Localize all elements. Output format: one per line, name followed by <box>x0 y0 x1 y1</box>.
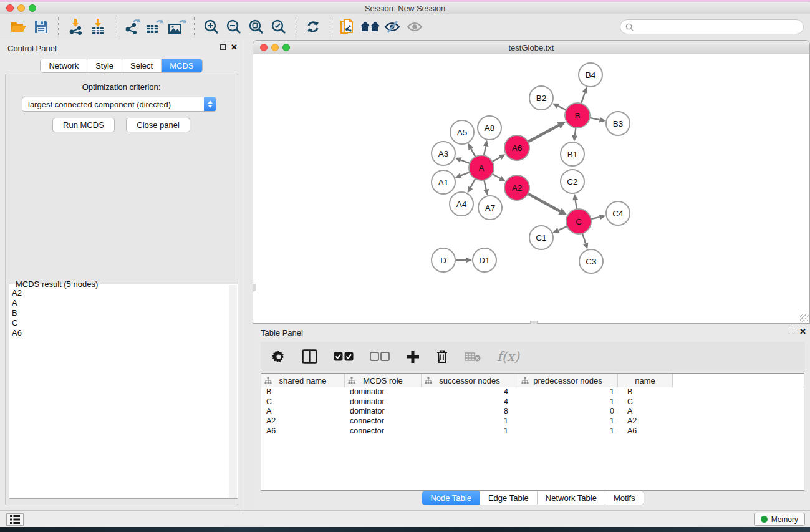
export-table-icon[interactable] <box>143 17 166 37</box>
table-cell[interactable]: A6 <box>618 427 673 437</box>
float-table-panel-icon[interactable] <box>789 329 794 334</box>
table-cell[interactable]: 1 <box>518 417 618 427</box>
graph-edge-C-C4[interactable] <box>591 217 600 219</box>
table-cell[interactable]: connector <box>345 427 422 437</box>
result-scrollbar[interactable] <box>229 285 237 498</box>
close-panel-icon[interactable]: ✕ <box>231 44 238 51</box>
result-item[interactable]: A <box>12 298 226 308</box>
graph-edge-C-C1[interactable] <box>559 226 567 230</box>
table-cell[interactable]: 1 <box>422 417 518 427</box>
delete-table-icon[interactable] <box>465 352 481 362</box>
zoom-out-icon[interactable] <box>223 17 245 37</box>
zoom-in-icon[interactable] <box>200 17 223 37</box>
column-header-shared-name[interactable]: shared name <box>261 374 345 387</box>
graph-node-A1[interactable]: A1 <box>432 170 455 194</box>
table-cell[interactable]: 0 <box>518 407 618 417</box>
graph-edge-A2-C[interactable] <box>528 194 561 211</box>
search-input[interactable] <box>636 22 803 31</box>
graph-node-A2[interactable]: A2 <box>504 175 529 200</box>
table-cell[interactable]: 1 <box>518 427 618 437</box>
copy-network-icon[interactable] <box>336 17 359 37</box>
graph-edge-A-A2[interactable] <box>492 174 500 178</box>
table-cell[interactable]: A2 <box>261 417 345 427</box>
memory-button[interactable]: Memory <box>754 513 805 526</box>
delete-row-trash-icon[interactable] <box>436 349 448 364</box>
deselect-all-icon[interactable] <box>370 352 390 361</box>
graph-node-B2[interactable]: B2 <box>529 86 553 110</box>
tab-edge-table[interactable]: Edge Table <box>480 491 538 505</box>
graph-edge-B-B1[interactable] <box>575 128 576 135</box>
select-all-icon[interactable] <box>334 352 354 361</box>
graph-node-C1[interactable]: C1 <box>529 226 553 249</box>
table-cell[interactable]: 1 <box>518 397 618 407</box>
function-builder-icon[interactable]: f(x) <box>497 349 519 364</box>
network-canvas[interactable]: B4B2BB3A5A8A6B1A3AC2A1A2A4A7C4CC1C3DD1 <box>253 54 810 324</box>
network-window-titlebar[interactable]: testGlobe.txt <box>253 40 810 54</box>
table-cell[interactable]: 1 <box>422 427 518 437</box>
export-network-icon[interactable] <box>121 17 143 37</box>
result-item[interactable]: B <box>12 308 226 318</box>
graph-node-D[interactable]: D <box>432 248 455 272</box>
graph-node-A7[interactable]: A7 <box>478 196 502 220</box>
import-network-icon[interactable] <box>64 17 87 37</box>
result-item[interactable]: A6 <box>12 328 226 338</box>
column-layout-icon[interactable] <box>302 349 317 364</box>
close-panel-button[interactable]: Close panel <box>126 118 190 132</box>
hide-panels-eye-icon[interactable] <box>381 17 403 37</box>
graph-node-A3[interactable]: A3 <box>432 142 455 165</box>
result-item[interactable]: A2 <box>12 288 226 298</box>
graph-node-A4[interactable]: A4 <box>450 192 473 216</box>
column-header-MCDS-role[interactable]: MCDS role <box>345 374 422 387</box>
table-cell[interactable]: C <box>261 397 345 407</box>
graph-node-B[interactable]: B <box>565 103 590 128</box>
table-row[interactable]: Adominator80A <box>261 407 804 417</box>
window-resize-grip[interactable] <box>800 314 809 322</box>
table-cell[interactable]: 1 <box>518 387 618 397</box>
table-cell[interactable]: 8 <box>422 407 518 417</box>
tab-node-table[interactable]: Node Table <box>422 491 480 505</box>
criterion-dropdown[interactable]: largest connected component (directed) <box>22 97 216 112</box>
tab-network-table[interactable]: Network Table <box>538 491 605 505</box>
table-cell[interactable]: B <box>618 387 673 397</box>
tab-style[interactable]: Style <box>87 59 122 72</box>
graph-edge-A-A1[interactable] <box>461 172 470 175</box>
zoom-selected-icon[interactable] <box>268 17 290 37</box>
tab-select[interactable]: Select <box>122 59 162 72</box>
main-titlebar[interactable]: Session: New Session <box>0 2 810 14</box>
graph-node-A6[interactable]: A6 <box>504 135 529 160</box>
table-cell[interactable]: B <box>261 387 345 397</box>
zoom-fit-icon[interactable] <box>245 17 268 37</box>
export-image-icon[interactable] <box>166 17 188 37</box>
search-field[interactable] <box>620 19 804 34</box>
table-row[interactable]: A2connector11A2 <box>261 417 804 427</box>
table-cell[interactable]: A2 <box>618 417 673 427</box>
graph-edge-A-A4[interactable] <box>470 179 475 188</box>
table-cell[interactable]: C <box>618 397 673 407</box>
graph-node-C[interactable]: C <box>566 209 591 234</box>
graph-edge-B-B2[interactable] <box>558 106 566 110</box>
graph-edge-A-A5[interactable] <box>471 148 475 157</box>
import-table-icon[interactable] <box>87 17 109 37</box>
graph-node-D1[interactable]: D1 <box>473 248 496 272</box>
table-row[interactable]: A6connector11A6 <box>261 427 804 437</box>
graph-node-B4[interactable]: B4 <box>579 63 602 87</box>
table-cell[interactable]: dominator <box>345 387 422 397</box>
tab-mcds[interactable]: MCDS <box>162 59 201 72</box>
table-cell[interactable]: 4 <box>422 397 518 407</box>
graph-node-A[interactable]: A <box>469 155 494 180</box>
graph-node-A8[interactable]: A8 <box>478 116 501 140</box>
network-graph[interactable]: B4B2BB3A5A8A6B1A3AC2A1A2A4A7C4CC1C3DD1 <box>253 54 809 322</box>
tab-motifs[interactable]: Motifs <box>605 491 644 505</box>
node-table[interactable]: shared nameMCDS rolesuccessor nodesprede… <box>261 373 804 491</box>
graph-edge-A-A7[interactable] <box>484 180 486 190</box>
graph-node-B3[interactable]: B3 <box>606 112 630 135</box>
column-header-predecessor-nodes[interactable]: predecessor nodes <box>518 374 618 387</box>
mcds-result-list[interactable]: A2ABCA6 <box>12 288 226 338</box>
save-session-icon[interactable] <box>30 17 52 37</box>
graph-edge-C-C3[interactable] <box>582 233 586 243</box>
close-table-panel-icon[interactable]: ✕ <box>799 328 806 335</box>
graph-edge-A6-B[interactable] <box>528 125 559 142</box>
table-cell[interactable]: A6 <box>261 427 345 437</box>
table-cell[interactable]: A <box>261 407 345 417</box>
graph-node-C2[interactable]: C2 <box>561 170 584 193</box>
